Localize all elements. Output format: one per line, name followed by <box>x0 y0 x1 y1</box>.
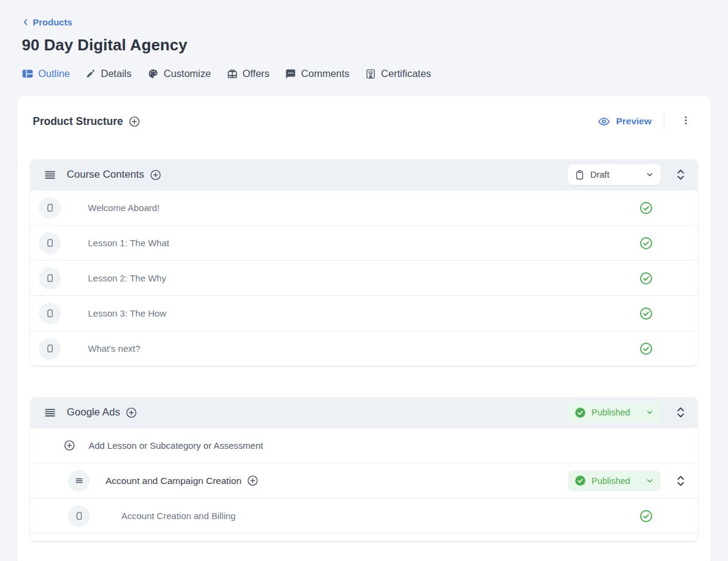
tab-customize[interactable]: Customize <box>147 68 211 79</box>
lesson-row[interactable]: Account Creation and Billing <box>30 498 698 533</box>
sort-chevrons-icon <box>676 169 686 181</box>
tab-outline[interactable]: Outline <box>22 68 70 79</box>
collapse-expand-button[interactable] <box>670 470 692 492</box>
status-label: Published <box>592 408 645 417</box>
tab-details[interactable]: Details <box>86 68 131 79</box>
published-check-icon <box>639 201 653 215</box>
lesson-row[interactable]: Lesson 1: The What <box>30 225 698 260</box>
subcategory-title: Account and Campaign Creation <box>106 475 241 486</box>
subcategory-row: Account and Campaign CreationPublished <box>30 463 698 498</box>
document-icon <box>39 232 61 254</box>
tab-certificates[interactable]: Certificates <box>365 68 431 79</box>
chevron-down-icon <box>645 477 654 485</box>
drag-handle-icon[interactable] <box>44 406 56 419</box>
add-to-section-icon <box>126 407 137 418</box>
add-to-subcategory-icon <box>247 475 258 486</box>
kebab-menu-icon <box>680 115 692 126</box>
status-dropdown-published[interactable]: Published <box>568 402 661 423</box>
lesson-title: Lesson 2: The Why <box>88 273 166 283</box>
lesson-row[interactable]: Welcome Aboard! <box>30 190 698 225</box>
status-dropdown-published[interactable]: Published <box>568 471 661 491</box>
status-label: Draft <box>590 170 645 180</box>
status-dropdown-draft[interactable]: Draft <box>568 164 661 185</box>
add-lesson-row[interactable]: Add Lesson or Subcategory or Assessment <box>30 428 698 463</box>
published-status-icon <box>575 407 586 418</box>
chevron-down-icon <box>645 170 654 179</box>
section-header: Course ContentsDraft <box>30 160 698 190</box>
card-header: Product Structure Preview <box>30 112 698 130</box>
breadcrumb-label: Products <box>33 17 72 27</box>
published-check-icon <box>639 272 653 285</box>
breadcrumb-back-link[interactable]: Products <box>22 17 72 27</box>
published-check-icon <box>639 237 653 250</box>
card-title: Product Structure <box>33 115 123 128</box>
clipboard-icon <box>575 170 585 180</box>
published-check-icon <box>639 342 653 355</box>
more-options-button[interactable] <box>676 112 695 130</box>
sort-chevrons-icon <box>676 475 686 487</box>
preview-button[interactable]: Preview <box>598 115 652 128</box>
tab-label: Customize <box>164 68 211 79</box>
published-check-icon <box>639 509 653 523</box>
sections-container: Course ContentsDraftWelcome Aboard!Lesso… <box>30 160 698 541</box>
drag-handle-icon[interactable] <box>68 470 90 492</box>
certificate-icon <box>365 69 376 79</box>
pencil-icon <box>86 69 96 79</box>
next-row-partial <box>30 533 698 541</box>
tab-label: Comments <box>301 68 349 79</box>
section-header: Google AdsPublished <box>30 397 698 428</box>
document-icon <box>39 197 61 219</box>
published-status-icon <box>575 475 586 486</box>
tab-comments[interactable]: Comments <box>285 68 349 79</box>
section-google-ads: Google AdsPublishedAdd Lesson or Subcate… <box>30 397 698 541</box>
drag-handle-icon[interactable] <box>44 169 56 181</box>
tab-bar: OutlineDetailsCustomizeOffersCommentsCer… <box>22 68 706 79</box>
sort-chevrons-icon <box>676 406 686 418</box>
section-title: Course Contents <box>67 169 144 181</box>
preview-label: Preview <box>616 116 652 127</box>
document-icon <box>39 303 61 324</box>
product-structure-card: Product Structure Preview Course Content… <box>17 96 711 561</box>
status-label: Published <box>592 476 645 486</box>
lesson-row[interactable]: Lesson 3: The How <box>30 295 698 331</box>
palette-icon <box>147 68 159 79</box>
lesson-title: Lesson 1: The What <box>88 238 169 248</box>
tab-label: Outline <box>38 68 70 79</box>
add-to-section-icon <box>150 169 161 181</box>
lesson-title: Account Creation and Billing <box>121 511 235 521</box>
gift-icon <box>227 69 238 79</box>
lesson-title: What's next? <box>88 343 140 354</box>
tab-label: Details <box>101 68 131 79</box>
collapse-expand-button[interactable] <box>670 164 692 186</box>
page-title: 90 Day Digital Agency <box>22 36 706 55</box>
published-check-icon <box>639 307 653 320</box>
add-lesson-label: Add Lesson or Subcategory or Assessment <box>89 440 263 451</box>
eye-icon <box>598 115 610 128</box>
collapse-expand-button[interactable] <box>670 401 692 423</box>
lesson-title: Lesson 3: The How <box>88 308 166 318</box>
lesson-row[interactable]: Lesson 2: The Why <box>30 260 698 295</box>
comments-icon <box>285 69 296 79</box>
document-icon <box>39 267 61 289</box>
tab-label: Offers <box>243 68 270 79</box>
tab-label: Certificates <box>381 68 431 79</box>
document-icon <box>39 338 61 360</box>
chevron-left-icon <box>22 18 30 26</box>
chevron-down-icon <box>645 408 654 417</box>
document-icon <box>68 505 90 527</box>
divider <box>664 112 664 130</box>
lesson-title: Welcome Aboard! <box>88 203 160 213</box>
add-circle-icon <box>64 440 75 451</box>
section-title: Google Ads <box>67 406 120 418</box>
tab-offers[interactable]: Offers <box>227 68 270 79</box>
lesson-row[interactable]: What's next? <box>30 331 698 366</box>
add-section-icon[interactable] <box>129 116 140 127</box>
outline-icon <box>22 68 33 79</box>
page-header: Products 90 Day Digital Agency OutlineDe… <box>0 0 728 79</box>
section-course-contents: Course ContentsDraftWelcome Aboard!Lesso… <box>30 160 698 366</box>
